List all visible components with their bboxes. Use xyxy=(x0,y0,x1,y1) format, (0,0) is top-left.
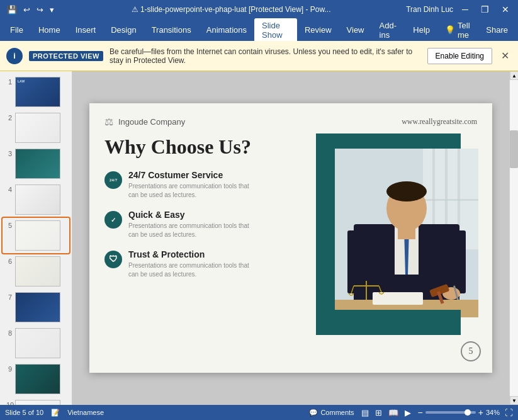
slide-thumb-6[interactable]: 6 xyxy=(3,254,69,289)
protected-icon: i xyxy=(6,48,23,64)
svg-rect-5 xyxy=(423,199,478,201)
features-list: 24/7 24/7 Costumer Service Presentations… xyxy=(104,170,256,279)
menu-tab-home[interactable]: Home xyxy=(31,23,68,37)
slide-notes-icon[interactable]: 📝 xyxy=(51,409,60,417)
menu-tab-share[interactable]: Share xyxy=(478,23,515,37)
feature-title-1: 24/7 Costumer Service xyxy=(128,170,256,180)
slide-header: ⚖ Ingoude Company www.reallygreatsite.co… xyxy=(104,116,477,128)
lawyer-svg xyxy=(335,149,478,317)
zoom-slider[interactable] xyxy=(425,411,476,414)
zoom-in-icon[interactable]: + xyxy=(478,407,483,417)
slide-thumb-10[interactable]: 10 xyxy=(3,397,69,405)
slide-thumbnail-6 xyxy=(15,256,60,287)
slide-image-area xyxy=(316,133,480,335)
redo-icon[interactable]: ↪ xyxy=(35,4,45,16)
svg-rect-13 xyxy=(441,230,466,293)
warning-icon: ⚠ xyxy=(132,5,138,14)
slide-thumbnail-1: LAW xyxy=(15,77,60,107)
company-name: Ingoude Company xyxy=(118,117,185,127)
feature-item-3: 🛡 Trust & Protection Presentations are c… xyxy=(104,249,256,279)
teal-bottom-bar xyxy=(316,310,461,335)
slide-thumb-8[interactable]: 8 xyxy=(3,326,69,361)
slideshow-view-icon[interactable]: ▶ xyxy=(403,407,413,418)
view-icons: ▤ ⊞ 📖 ▶ xyxy=(359,407,413,418)
menu-tab-file[interactable]: File xyxy=(3,23,31,37)
menu-tab-animations[interactable]: Animations xyxy=(199,23,254,37)
enable-editing-button[interactable]: Enable Editing xyxy=(427,48,492,64)
slide-thumbnail-7 xyxy=(15,292,60,322)
scroll-up-arrow[interactable]: ▲ xyxy=(510,71,518,80)
zoom-out-icon[interactable]: − xyxy=(418,407,423,417)
slide-thumb-3[interactable]: 3 xyxy=(3,146,69,181)
restore-button[interactable]: ❐ xyxy=(477,3,493,16)
protected-label: PROTECTED VIEW xyxy=(29,51,103,61)
scroll-thumb[interactable] xyxy=(510,130,518,168)
menu-tab-design[interactable]: Design xyxy=(103,23,144,37)
protected-message: Be careful—files from the Internet can c… xyxy=(110,47,421,65)
feature-item-1: 24/7 24/7 Costumer Service Presentations… xyxy=(104,170,256,200)
document-title: 1-slide-powerpoint-ve-phap-luat [Protect… xyxy=(140,5,331,14)
language-label: Vietnamese xyxy=(67,409,104,416)
slide-thumbnail-2 xyxy=(15,113,60,143)
title-bar: 💾 ↩ ↪ ▾ ⚠ 1-slide-powerpoint-ve-phap-lua… xyxy=(0,0,518,19)
slide-thumb-5[interactable]: 5 xyxy=(3,218,69,253)
fit-slide-icon[interactable]: ⛶ xyxy=(505,408,513,417)
slide-thumb-1[interactable]: 1 LAW xyxy=(3,74,69,110)
menu-tab-insert[interactable]: Insert xyxy=(68,23,104,37)
menu-tab-transitions[interactable]: Transitions xyxy=(144,23,199,37)
slide-thumbnail-10 xyxy=(15,400,60,405)
close-protected-bar-button[interactable]: ✕ xyxy=(498,50,512,62)
slide-thumb-2[interactable]: 2 xyxy=(3,110,69,145)
menu-tab-help[interactable]: Help xyxy=(405,23,437,37)
menu-tab-tellme[interactable]: 💡Tell me xyxy=(437,18,478,42)
right-scrollbar[interactable]: ▲ ▼ xyxy=(509,71,518,405)
svg-rect-11 xyxy=(398,227,415,239)
customize-icon[interactable]: ▾ xyxy=(48,4,56,16)
menu-bar: File Home Insert Design Transitions Anim… xyxy=(0,19,518,41)
zoom-area: − + 34% ⛶ xyxy=(418,407,513,417)
zoom-level: 34% xyxy=(486,409,500,416)
slide-thumbnail-8 xyxy=(15,328,60,358)
feature-icon-2: ✓ xyxy=(104,211,122,229)
comments-label: Comments xyxy=(320,409,354,416)
quick-access-toolbar: 💾 ↩ ↪ ▾ xyxy=(5,4,56,16)
menu-tab-view[interactable]: View xyxy=(339,23,372,37)
scroll-down-arrow[interactable]: ▼ xyxy=(510,396,518,405)
feature-item-2: ✓ Quick & Easy Presentations are communi… xyxy=(104,210,256,239)
title-bar-right: Tran Dinh Luc ─ ❐ ✕ xyxy=(406,3,513,16)
save-icon[interactable]: 💾 xyxy=(5,4,19,16)
status-bar-right: 💬 Comments ▤ ⊞ 📖 ▶ − + 34% ⛶ xyxy=(309,407,513,418)
title-bar-left: 💾 ↩ ↪ ▾ xyxy=(5,4,56,16)
title-bar-title: ⚠ 1-slide-powerpoint-ve-phap-luat [Prote… xyxy=(56,5,406,14)
slide-sorter-icon[interactable]: ⊞ xyxy=(373,407,384,418)
scroll-track[interactable] xyxy=(510,80,518,396)
feature-text-1: 24/7 Costumer Service Presentations are … xyxy=(128,170,256,200)
scale-icon: ⚖ xyxy=(104,116,113,128)
menu-tab-review[interactable]: Review xyxy=(297,23,339,37)
close-button[interactable]: ✕ xyxy=(498,3,513,16)
reading-view-icon[interactable]: 📖 xyxy=(386,407,400,418)
feature-text-2: Quick & Easy Presentations are communica… xyxy=(128,210,256,239)
slide-thumbnail-5 xyxy=(15,220,60,251)
slide-thumb-9[interactable]: 9 xyxy=(3,361,69,397)
canvas-area: ⚖ Ingoude Company www.reallygreatsite.co… xyxy=(72,71,509,405)
website-url: www.reallygreatsite.com xyxy=(402,117,477,127)
comments-icon: 💬 xyxy=(309,409,318,417)
menu-tab-slideshow[interactable]: Slide Show xyxy=(254,18,297,42)
comments-button[interactable]: 💬 Comments xyxy=(309,409,354,417)
slide-panel[interactable]: 1 LAW 2 3 4 5 6 7 8 xyxy=(0,71,72,405)
normal-view-icon[interactable]: ▤ xyxy=(359,407,371,418)
slide-thumb-4[interactable]: 4 xyxy=(3,182,69,217)
slide-thumbnail-9 xyxy=(15,364,60,394)
menu-tab-addins[interactable]: Add-ins xyxy=(372,18,406,42)
minimize-button[interactable]: ─ xyxy=(458,3,472,16)
slide-thumb-7[interactable]: 7 xyxy=(3,290,69,325)
feature-desc-3: Presentations are communication tools th… xyxy=(128,261,256,279)
slide-info: Slide 5 of 10 xyxy=(5,409,43,416)
slide-thumbnail-3 xyxy=(15,149,60,179)
feature-desc-2: Presentations are communication tools th… xyxy=(128,222,256,239)
undo-icon[interactable]: ↩ xyxy=(21,4,32,16)
lawyer-photo xyxy=(335,149,478,317)
slide-canvas: ⚖ Ingoude Company www.reallygreatsite.co… xyxy=(89,103,492,373)
zoom-thumb xyxy=(465,409,471,416)
